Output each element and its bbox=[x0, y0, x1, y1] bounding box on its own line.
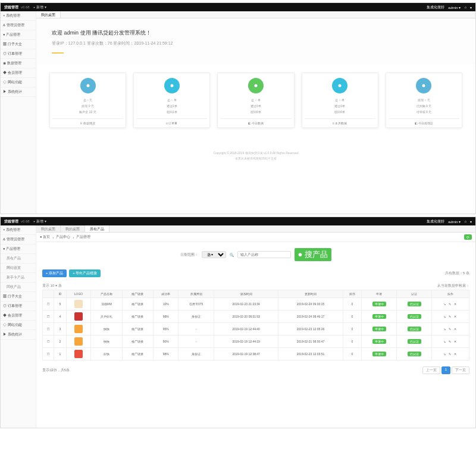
prev-page[interactable]: 上一页 bbox=[422, 366, 440, 374]
cell-ops[interactable]: ↘ ✎ ✕ bbox=[432, 348, 469, 360]
cell-cat: - bbox=[178, 336, 214, 348]
sidebar-item[interactable]: ● 产品管理 bbox=[1, 244, 36, 254]
cell-apply[interactable]: 申请中 bbox=[362, 311, 397, 323]
cell-apply[interactable]: 申请中 bbox=[362, 298, 397, 311]
col-header[interactable]: LOGO bbox=[67, 290, 91, 298]
col-header[interactable]: 更新时间 bbox=[278, 290, 343, 298]
sidebar-item[interactable]: 回收产品 bbox=[1, 283, 36, 292]
row-check[interactable]: ☐ bbox=[43, 348, 54, 360]
col-header[interactable]: 排序 bbox=[343, 290, 362, 298]
user-menu[interactable]: admin ▾ bbox=[448, 5, 461, 10]
tab[interactable]: 我的桌面 bbox=[36, 11, 61, 18]
sidebar-item[interactable]: ◉ 数据管理 bbox=[1, 59, 36, 68]
row-check[interactable]: ☐ bbox=[43, 298, 54, 311]
cell-link[interactable]: 推广链接 bbox=[122, 348, 154, 360]
sidebar-item[interactable]: & 管理员管理 bbox=[1, 21, 36, 30]
card-line: 待审核 0 元 bbox=[389, 109, 459, 115]
col-header[interactable] bbox=[43, 290, 54, 298]
breadcrumb-b: 产品管理 bbox=[76, 234, 90, 240]
sidebar-item[interactable]: ◆ 会员管理 bbox=[1, 68, 36, 78]
tab[interactable]: 我的桌面 bbox=[36, 225, 61, 232]
col-header[interactable]: 所属类别 bbox=[178, 290, 214, 298]
card-footer[interactable]: ⎘ 收益情况 bbox=[52, 118, 123, 127]
next-page[interactable]: 下一页 bbox=[452, 366, 469, 374]
cell-ops[interactable]: ↘ ✎ ✕ bbox=[432, 298, 469, 311]
col-header[interactable]: 操作 bbox=[432, 290, 469, 298]
add-product-button[interactable]: + 添加产品 bbox=[42, 269, 67, 277]
row-check[interactable]: ☐ bbox=[43, 323, 54, 336]
cell-ops[interactable]: ↘ ✎ ✕ bbox=[432, 323, 469, 336]
sidebar-item[interactable]: & 管理员管理 bbox=[1, 235, 36, 244]
cell-ops[interactable]: ↘ ✎ ✕ bbox=[432, 336, 469, 348]
tab[interactable]: 所有产品 bbox=[85, 225, 109, 232]
logout-icon[interactable]: ▾ bbox=[470, 220, 472, 224]
sidebar-item[interactable]: ☰ 口子大全 bbox=[1, 292, 36, 302]
col-header[interactable]: 认证 bbox=[397, 290, 432, 298]
cell-link[interactable]: 推广链接 bbox=[122, 323, 154, 336]
col-header[interactable]: 推广链接 bbox=[122, 290, 154, 298]
card-footer[interactable]: ◧ 今日提现款 bbox=[389, 118, 459, 127]
page-size[interactable]: 显示 10 ▾ 条 bbox=[42, 283, 62, 289]
cell-auth[interactable]: 已认证 bbox=[397, 298, 432, 311]
cell-link[interactable]: 推广链接 bbox=[122, 311, 154, 323]
welcome-text: 集成化便好 bbox=[427, 5, 444, 10]
row-check[interactable]: ☐ bbox=[43, 311, 54, 323]
sidebar-item[interactable]: ◇ 网站功能 bbox=[1, 321, 36, 330]
row-check[interactable]: ☐ bbox=[43, 336, 54, 348]
cell-apply[interactable]: 申请中 bbox=[362, 348, 397, 360]
refresh-button[interactable]: ⟳ bbox=[464, 234, 472, 240]
export-links-button[interactable]: + 导出产品链接 bbox=[69, 269, 101, 277]
page-1[interactable]: 1 bbox=[441, 366, 450, 374]
cell-link[interactable]: 推广链接 bbox=[122, 298, 154, 311]
cell-cat: 身份证 bbox=[178, 311, 214, 323]
user-menu[interactable]: admin ▾ bbox=[448, 220, 461, 224]
breadcrumb-a[interactable]: 产品中心 bbox=[56, 234, 70, 240]
sidebar-item[interactable]: ☰ 口子大全 bbox=[1, 40, 36, 49]
filter-bar: 日期范围： 选 ▾ 🔍 ● 搜产品 bbox=[36, 242, 475, 267]
card-footer[interactable]: ≡ 本月数据 bbox=[305, 118, 375, 127]
cell-auth[interactable]: 已认证 bbox=[397, 323, 432, 336]
breadcrumb-home[interactable]: ● 首页 bbox=[40, 234, 50, 240]
cell-auth[interactable]: 已认证 bbox=[397, 311, 432, 323]
col-header[interactable]: ID bbox=[54, 290, 66, 298]
add-menu[interactable]: + 新增 ▾ bbox=[33, 5, 46, 10]
filter-select[interactable]: 选 ▾ bbox=[202, 251, 226, 258]
card-line: 驳回1单 bbox=[136, 109, 207, 115]
cell-auth[interactable]: 已认证 bbox=[397, 336, 432, 348]
add-menu[interactable]: + 新增 ▾ bbox=[33, 219, 46, 224]
tab[interactable]: 我的桌面 bbox=[61, 225, 85, 232]
cell-logo bbox=[67, 336, 91, 348]
sidebar-item[interactable]: ▶ 系统统计 bbox=[1, 87, 36, 97]
sidebar-item[interactable]: × 系统管理 bbox=[1, 11, 36, 21]
cell-apply[interactable]: 申请中 bbox=[362, 336, 397, 348]
home-icon[interactable]: ⌂ bbox=[464, 5, 466, 9]
card-footer[interactable]: ◧ 今日数据 bbox=[220, 118, 291, 127]
home-icon[interactable]: ⌂ bbox=[464, 220, 466, 223]
card-icon bbox=[332, 78, 347, 93]
card-footer[interactable]: ≡ 订单量 bbox=[136, 118, 207, 127]
sidebar-item[interactable]: ◆ 会员管理 bbox=[1, 311, 36, 321]
col-header[interactable]: 产品名称 bbox=[90, 290, 122, 298]
sidebar-item[interactable]: ◇ 网站功能 bbox=[1, 78, 36, 87]
cell-apply[interactable]: 申请中 bbox=[362, 323, 397, 336]
col-header[interactable]: 申请 bbox=[362, 290, 397, 298]
cell-auth[interactable]: 已认证 bbox=[397, 348, 432, 360]
col-header[interactable]: 添加时间 bbox=[214, 290, 278, 298]
cell-ops[interactable]: ↘ ✎ ✕ bbox=[432, 311, 469, 323]
cell-link[interactable]: 推广链接 bbox=[122, 336, 154, 348]
sidebar-item[interactable]: ◎ 订单管理 bbox=[1, 302, 36, 311]
sidebar-item[interactable]: ▶ 系统统计 bbox=[1, 330, 36, 340]
logout-icon[interactable]: ▾ bbox=[470, 5, 472, 10]
sidebar-item[interactable]: ● 产品管理 bbox=[1, 30, 36, 40]
search-input[interactable] bbox=[237, 251, 291, 258]
sidebar-item[interactable]: ◎ 订单管理 bbox=[1, 49, 36, 59]
sidebar-item[interactable]: 新手卡产品 bbox=[1, 273, 36, 283]
col-header[interactable]: 成功率 bbox=[154, 290, 178, 298]
sidebar-item[interactable]: × 系统管理 bbox=[1, 225, 36, 235]
search-button[interactable]: ● 搜产品 bbox=[295, 248, 332, 261]
cell-rate: 98% bbox=[154, 311, 178, 323]
topbar: 贷超管理 v0.68 + 新增 ▾ 集成化便好 admin ▾ ⌂ ▾ bbox=[1, 3, 475, 11]
sidebar-item[interactable]: 所有产品 bbox=[1, 254, 36, 264]
card-line: 通过0单 bbox=[305, 103, 375, 109]
sidebar-item[interactable]: 网站设置 bbox=[1, 264, 36, 273]
